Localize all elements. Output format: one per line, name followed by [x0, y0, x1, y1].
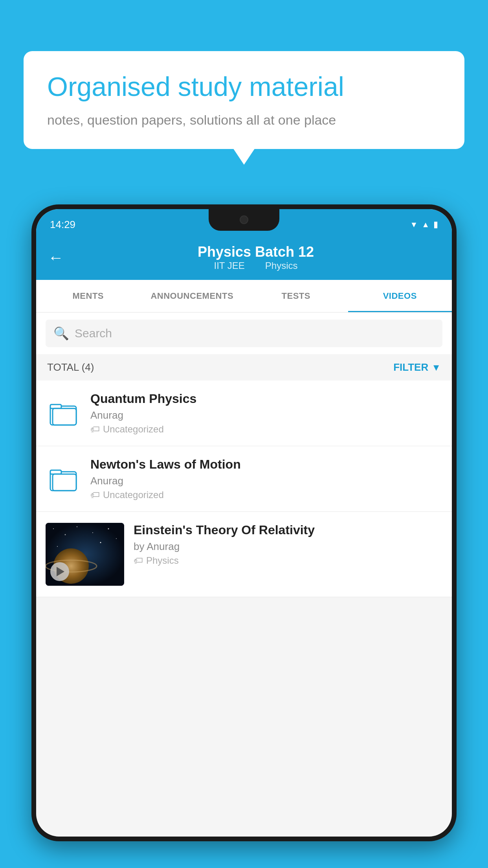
list-item[interactable]: Einstein's Theory Of Relativity by Anura…	[36, 512, 452, 597]
video-tag: 🏷 Uncategorized	[90, 489, 442, 500]
video-author: by Anurag	[134, 541, 442, 553]
filter-icon: ▼	[431, 362, 441, 373]
video-info: Newton's Laws of Motion Anurag 🏷 Uncateg…	[90, 457, 442, 500]
tab-ments[interactable]: MENTS	[36, 280, 140, 312]
svg-point-9	[77, 526, 77, 527]
video-icon-area	[46, 401, 81, 426]
speech-bubble-subtitle: notes, question papers, solutions all at…	[47, 111, 441, 130]
video-author: Anurag	[90, 475, 442, 487]
svg-rect-2	[53, 408, 76, 425]
phone-frame: 14:29 ← Physics Batch 12 IIT JEE Physics	[31, 204, 457, 841]
svg-point-13	[57, 546, 58, 547]
svg-point-10	[92, 532, 93, 533]
subtitle-part2: Physics	[265, 260, 298, 271]
tag-label: Physics	[146, 555, 179, 566]
tag-label: Uncategorized	[103, 489, 164, 500]
header-title-area: Physics Batch 12 IIT JEE Physics	[72, 244, 440, 271]
phone-screen: 14:29 ← Physics Batch 12 IIT JEE Physics	[36, 209, 452, 837]
battery-icon	[433, 219, 438, 230]
search-input[interactable]: Search	[75, 327, 112, 340]
tag-icon: 🏷	[134, 555, 143, 566]
tab-tests[interactable]: TESTS	[244, 280, 348, 312]
video-list: Quantum Physics Anurag 🏷 Uncategorized	[36, 381, 452, 597]
tab-announcements[interactable]: ANNOUNCEMENTS	[140, 280, 244, 312]
play-button[interactable]	[50, 562, 69, 581]
svg-point-7	[53, 528, 54, 529]
filter-bar: TOTAL (4) FILTER ▼	[36, 354, 452, 381]
header-title: Physics Batch 12	[72, 244, 440, 260]
wifi-icon	[410, 219, 418, 230]
subtitle-separator	[253, 260, 259, 271]
video-info: Einstein's Theory Of Relativity by Anura…	[134, 523, 442, 566]
video-title: Einstein's Theory Of Relativity	[134, 523, 442, 537]
video-thumbnail	[46, 523, 124, 586]
search-icon: 🔍	[53, 326, 69, 341]
header-subtitle: IIT JEE Physics	[72, 260, 440, 271]
folder-icon	[50, 401, 77, 426]
back-button[interactable]: ←	[48, 249, 64, 267]
tab-videos[interactable]: VIDEOS	[348, 280, 452, 312]
notch	[209, 209, 279, 231]
tag-label: Uncategorized	[103, 424, 164, 435]
filter-button[interactable]: FILTER ▼	[393, 361, 441, 373]
subtitle-part1: IIT JEE	[214, 260, 245, 271]
tag-icon: 🏷	[90, 489, 100, 500]
video-title: Newton's Laws of Motion	[90, 457, 442, 472]
svg-point-8	[65, 534, 66, 535]
filter-label: FILTER	[393, 361, 428, 373]
search-bar[interactable]: 🔍 Search	[46, 320, 442, 347]
video-author: Anurag	[90, 409, 442, 421]
list-item[interactable]: Newton's Laws of Motion Anurag 🏷 Uncateg…	[36, 446, 452, 512]
video-info: Quantum Physics Anurag 🏷 Uncategorized	[90, 392, 442, 435]
speech-bubble: Organised study material notes, question…	[24, 51, 464, 149]
svg-rect-5	[53, 474, 76, 491]
phone-container: 14:29 ← Physics Batch 12 IIT JEE Physics	[31, 204, 457, 868]
signal-icon	[422, 219, 429, 230]
video-icon-area	[46, 466, 81, 492]
status-icons	[410, 219, 438, 230]
play-icon	[57, 567, 64, 576]
tag-icon: 🏷	[90, 424, 100, 435]
video-tag: 🏷 Uncategorized	[90, 424, 442, 435]
status-time: 14:29	[50, 219, 75, 231]
svg-point-14	[100, 542, 101, 543]
svg-point-12	[116, 538, 117, 539]
speech-bubble-title: Organised study material	[47, 71, 441, 103]
svg-point-11	[108, 528, 109, 530]
speech-bubble-container: Organised study material notes, question…	[24, 51, 464, 149]
app-header: ← Physics Batch 12 IIT JEE Physics	[36, 236, 452, 280]
front-camera	[240, 215, 248, 224]
video-tag: 🏷 Physics	[134, 555, 442, 566]
tab-bar: MENTS ANNOUNCEMENTS TESTS VIDEOS	[36, 280, 452, 313]
video-title: Quantum Physics	[90, 392, 442, 406]
total-count-label: TOTAL (4)	[47, 361, 94, 373]
folder-icon	[50, 466, 77, 492]
list-item[interactable]: Quantum Physics Anurag 🏷 Uncategorized	[36, 381, 452, 446]
search-bar-container: 🔍 Search	[36, 313, 452, 354]
